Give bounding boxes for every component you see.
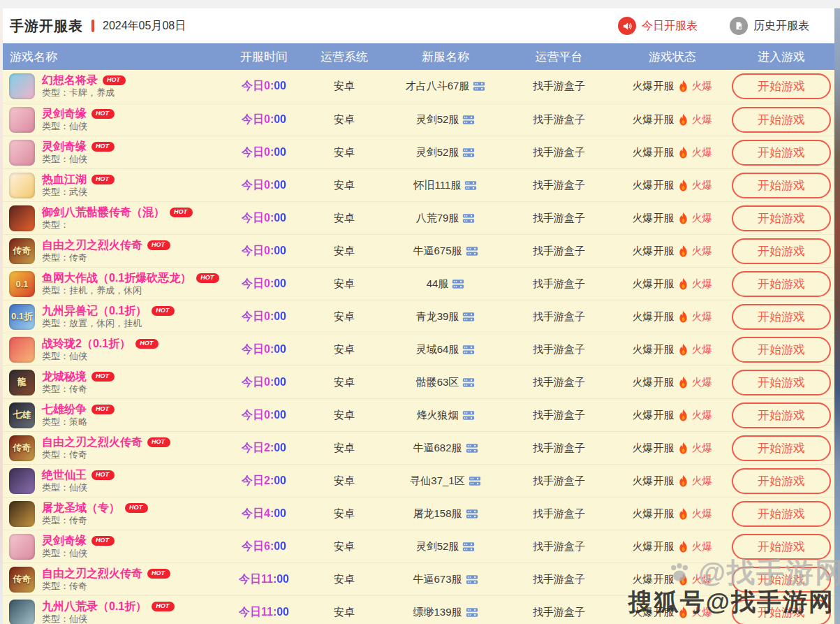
game-status-cell: 火爆开服 火爆 [617, 343, 728, 356]
table-row: 灵剑奇缘 HOT 类型：仙侠 今日0:00 安卓 灵剑52服 找手游盒子 火爆开… [3, 136, 834, 168]
start-game-button[interactable]: 开始游戏 [732, 173, 831, 198]
history-open-list-label: 历史开服表 [753, 19, 809, 34]
platform-value: 找手游盒子 [501, 343, 617, 356]
game-name-link[interactable]: 战玲珑2（0.1折） [42, 337, 131, 351]
game-icon[interactable] [9, 337, 35, 363]
start-game-button[interactable]: 开始游戏 [732, 468, 831, 494]
game-status-cell: 火爆开服 火爆 [617, 474, 728, 488]
game-icon[interactable]: 传奇 [9, 435, 35, 461]
game-icon[interactable]: 0.1 [9, 271, 35, 297]
game-name-link[interactable]: 九州八荒录（0.1折） [42, 600, 147, 614]
start-game-button[interactable]: 开始游戏 [732, 140, 831, 166]
status-hot-text: 火爆 [692, 245, 713, 258]
game-name-link[interactable]: 灵剑奇缘 [42, 534, 87, 548]
hot-badge: HOT [91, 470, 115, 480]
game-name-link[interactable]: 自由之刃之烈火传奇 [42, 238, 142, 252]
today-open-list-button[interactable]: 今日开服表 [618, 17, 698, 35]
table-row: 龍 龙城秘境 HOT 类型：传奇 今日0:00 安卓 骷髅63区 找手游盒子 [3, 365, 834, 398]
server-icon [462, 542, 475, 552]
game-name-link[interactable]: 七雄纷争 [42, 402, 87, 416]
start-game-button[interactable]: 开始游戏 [732, 402, 831, 428]
start-game-button[interactable]: 开始游戏 [732, 534, 831, 560]
status-hot-text: 火爆 [692, 146, 713, 159]
hot-badge: HOT [135, 339, 159, 349]
open-time: 今日6:00 [242, 540, 286, 552]
game-name-link[interactable]: 幻想名将录 [42, 73, 98, 87]
status-hot-text: 火爆 [692, 80, 713, 93]
server-name: 灵剑52服 [416, 540, 459, 553]
game-status-cell: 火爆开服 火爆 [617, 507, 728, 521]
status-hot-text: 火爆 [692, 113, 713, 126]
game-icon[interactable] [9, 600, 35, 624]
server-name-cell: 怀旧111服 [390, 179, 501, 192]
server-icon [462, 377, 475, 388]
game-icon[interactable] [9, 205, 35, 231]
game-icon[interactable] [9, 173, 35, 198]
game-icon[interactable]: 龍 [9, 370, 35, 396]
game-type: 类型：仙侠 [42, 154, 115, 165]
game-name-link[interactable]: 御剑八荒骷髅传奇（混） [42, 205, 165, 219]
game-name-cell: 灵剑奇缘 HOT 类型：仙侠 [3, 534, 229, 560]
start-game-button[interactable]: 开始游戏 [732, 304, 831, 330]
game-icon[interactable] [9, 468, 35, 494]
server-name: 青龙39服 [416, 310, 459, 324]
title-bar: 手游开服表 2024年05月08日 今日开服表 [3, 8, 834, 43]
game-icon[interactable] [9, 107, 35, 133]
server-icon [473, 81, 485, 92]
game-icon[interactable]: 传奇 [9, 567, 35, 593]
os-value: 安卓 [299, 540, 390, 553]
table-row: 灵剑奇缘 HOT 类型：仙侠 今日0:00 安卓 灵剑52服 找手游盒子 火爆开… [3, 103, 834, 136]
start-game-button[interactable]: 开始游戏 [732, 501, 831, 527]
game-name-link[interactable]: 鱼网大作战（0.1折爆砍恶龙） [42, 271, 191, 285]
col-header-enter-game: 进入游戏 [728, 49, 834, 65]
page-background-strip [0, 0, 840, 8]
game-icon[interactable] [9, 73, 35, 99]
game-icon[interactable]: 传奇 [9, 238, 35, 264]
game-name-link[interactable]: 热血江湖 [42, 173, 87, 187]
start-game-button[interactable]: 开始游戏 [732, 73, 831, 99]
table-row: 0.1 鱼网大作战（0.1折爆砍恶龙） HOT 类型：挂机，养成，休闲 今日0:… [3, 267, 834, 300]
game-status-cell: 火爆开服 火爆 [617, 606, 728, 619]
game-icon[interactable] [9, 501, 35, 527]
game-name-link[interactable]: 自由之刃之烈火传奇 [42, 567, 142, 581]
server-name: 灵剑52服 [416, 146, 459, 159]
game-icon[interactable] [9, 140, 35, 166]
start-game-button[interactable]: 开始游戏 [732, 205, 831, 231]
game-name-cell: 九州八荒录（0.1折） HOT 类型：仙侠 [3, 600, 229, 624]
history-open-list-button[interactable]: 历史开服表 [730, 17, 809, 35]
open-time: 今日0:00 [242, 212, 286, 224]
game-icon[interactable]: 七雄 [9, 402, 35, 428]
start-game-button[interactable]: 开始游戏 [732, 370, 831, 396]
game-type: 类型：挂机，养成，休闲 [42, 285, 219, 296]
start-game-button[interactable]: 开始游戏 [732, 107, 831, 133]
os-value: 安卓 [299, 179, 390, 192]
game-name-link[interactable]: 绝世仙王 [42, 468, 87, 482]
table-row: 0.1折 九州异兽记（0.1折） HOT 类型：放置，休闲，挂机 今日0:00 … [3, 300, 834, 333]
col-header-server-name: 新服名称 [390, 49, 501, 65]
game-name-link[interactable]: 屠龙圣域（专） [42, 501, 120, 515]
game-status-cell: 火爆开服 火爆 [617, 212, 728, 225]
game-name-link[interactable]: 灵剑奇缘 [42, 140, 87, 154]
start-game-button[interactable]: 开始游戏 [732, 271, 831, 297]
game-name-link[interactable]: 龙城秘境 [42, 370, 87, 384]
flame-icon [678, 475, 688, 487]
status-hot-text: 火爆 [692, 540, 713, 553]
game-icon[interactable]: 0.1折 [9, 304, 35, 330]
game-name-link[interactable]: 九州异兽记（0.1折） [42, 304, 147, 318]
status-hot-text: 火爆 [692, 573, 713, 586]
server-name-cell: 寻仙37_1区 [390, 474, 501, 488]
background-edge-right [834, 8, 840, 624]
open-time: 今日0:00 [242, 146, 286, 158]
start-game-button[interactable]: 开始游戏 [732, 435, 831, 461]
game-name-link[interactable]: 灵剑奇缘 [42, 107, 87, 121]
game-icon[interactable] [9, 534, 35, 560]
server-name: 屠龙158服 [413, 507, 462, 521]
status-hot-text: 火爆 [692, 376, 713, 389]
start-game-button[interactable]: 开始游戏 [732, 337, 831, 363]
flame-icon [678, 212, 688, 224]
start-game-button[interactable]: 开始游戏 [732, 238, 831, 264]
game-name-link[interactable]: 自由之刃之烈火传奇 [42, 435, 142, 449]
start-game-button[interactable]: 开始游戏 [732, 567, 831, 593]
date-text: 2024年05月08日 [103, 19, 186, 34]
start-game-button[interactable]: 开始游戏 [732, 600, 831, 624]
